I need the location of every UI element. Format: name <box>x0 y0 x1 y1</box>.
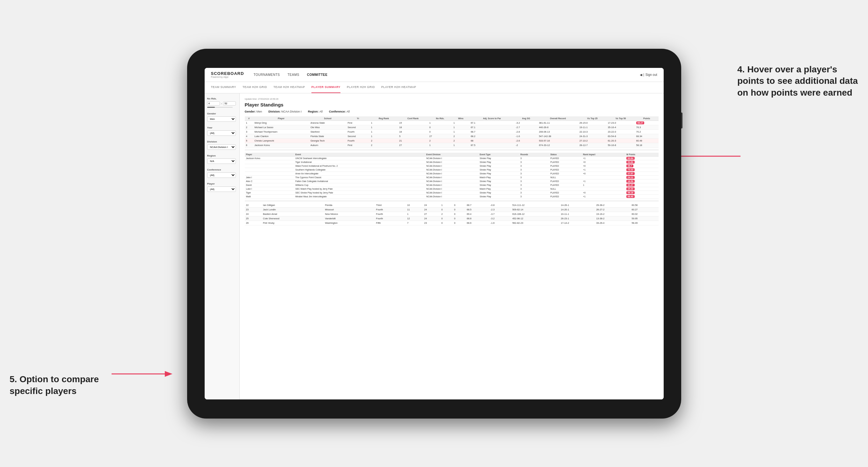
tt-player <box>245 168 294 172</box>
standings-table: # Player School Yr Reg Rank Conf Rank No… <box>245 116 658 148</box>
cell-conf-rank: 18 <box>398 129 428 134</box>
tt-player: Jake I <box>245 175 294 179</box>
cell-points[interactable]: 59.95 <box>630 216 658 221</box>
tooltip-row: David Williams Cup NCAA Division I Strok… <box>245 183 658 187</box>
filter-gender-value: Men <box>257 110 262 113</box>
cell-no-rds: 1 <box>428 121 452 125</box>
points-value: 60.27 <box>631 208 638 211</box>
cell-no-rds: 0 <box>428 125 452 129</box>
cell-player: Jackson Koivu <box>253 143 309 147</box>
tt-rank-impact: +1 <box>582 156 625 160</box>
col-avg-sg: Avg SG <box>515 116 538 121</box>
nav-tournaments[interactable]: TOURNAMENTS <box>253 72 280 78</box>
tt-rank-impact: +1 <box>582 168 625 172</box>
subnav-player-h2h-grid[interactable]: PLAYER H2H GRID <box>347 82 375 93</box>
w-points-badge: 24.11 <box>626 176 635 179</box>
cell-adj-score: 68.5 <box>465 207 489 212</box>
cell-points[interactable]: 60.49 <box>635 138 658 143</box>
cell-points[interactable]: 60.27 <box>630 207 658 212</box>
cell-school: Stanford <box>309 129 346 134</box>
cell-school: Missouri <box>324 207 375 212</box>
sidebar-year-select[interactable]: (All) <box>207 130 236 136</box>
cell-vs-top50: 29-38-2 <box>595 203 630 208</box>
cell-wins: 1 <box>452 121 469 125</box>
cell-school: Ole Miss <box>309 125 346 129</box>
sidebar-region-section: Region N/A <box>207 154 237 164</box>
sidebar-gender-select[interactable]: Men Women <box>207 116 236 122</box>
cell-points[interactable]: 76.3 <box>635 125 658 129</box>
tt-event: Tiger Invitational <box>294 160 425 164</box>
tt-rounds: 3 <box>519 175 549 179</box>
tt-rounds: 3 <box>519 164 549 168</box>
tt-col-rounds: Rounds <box>519 153 549 157</box>
subnav-team-summary[interactable]: TEAM SUMMARY <box>211 82 236 93</box>
points-value[interactable]: 58.18 <box>636 144 642 147</box>
tt-rank-impact: +0 <box>582 160 625 164</box>
points-value: 59.95 <box>631 217 638 220</box>
cell-vs-top50: 35-16-4 <box>607 125 635 129</box>
tt-w-points: 56.18 <box>625 191 658 194</box>
tt-player: Alex C <box>245 179 294 183</box>
tt-player: Tiger <box>245 191 294 194</box>
cell-overall: 381-61-11 <box>538 121 578 125</box>
cell-points[interactable]: 60.02 <box>630 212 658 216</box>
tt-division: NCAA Division I <box>425 168 478 172</box>
cell-reg-rank: 2 <box>370 138 398 143</box>
sidebar-division-select[interactable]: NCAA Division I <box>207 145 236 150</box>
tt-event: Wake Forest Invitational at Pinehurst No… <box>294 164 425 168</box>
cell-player: Petr Hruby <box>262 221 324 225</box>
cell-player: Bastien Amat <box>262 212 324 216</box>
subnav-player-summary[interactable]: PLAYER SUMMARY <box>311 82 340 93</box>
cell-no-rds: 0 <box>440 207 453 212</box>
sidebar-conference-select[interactable]: (All) <box>207 173 236 178</box>
cell-points[interactable]: 68.27 <box>635 121 658 125</box>
filter-conference-label: Conference: All <box>329 110 350 113</box>
sidebar-no-rds-from[interactable] <box>207 101 220 105</box>
points-value[interactable]: 76.3 <box>636 126 641 129</box>
sidebar-no-rds-slider[interactable] <box>207 107 233 108</box>
subnav-team-h2h-grid[interactable]: TEAM H2H GRID <box>243 82 267 93</box>
tt-type: Stroke Play <box>478 160 519 164</box>
nav-teams[interactable]: TEAMS <box>287 72 299 78</box>
sidebar-no-rds-to[interactable] <box>223 101 236 105</box>
tt-w-points: 30.47 <box>625 183 658 187</box>
tt-rank-impact: +0 <box>582 191 625 194</box>
tt-player <box>245 160 294 164</box>
cell-reg-rank: 1 <box>370 129 398 134</box>
table-divider <box>245 149 658 151</box>
cell-conf-rank: 27 <box>423 212 440 216</box>
tt-rank-impact: +1 <box>582 179 625 183</box>
cell-school: New Mexico <box>324 212 375 216</box>
col-vs-top25: Vs Top 25 <box>578 116 607 121</box>
cell-adj-score: 68.7 <box>469 129 515 134</box>
cell-points[interactable]: 68.34 <box>635 134 658 138</box>
cell-vs-top50: 50-16-8 <box>607 143 635 147</box>
points-value[interactable]: 60.49 <box>636 139 642 142</box>
cell-conf-rank: 21 <box>398 138 428 143</box>
sign-out-button[interactable]: ◀ | Sign out <box>640 73 657 76</box>
w-points-badge: 53.60 <box>626 161 635 163</box>
cell-points[interactable]: 60.58 <box>630 203 658 208</box>
cell-points[interactable]: 70.2 <box>635 129 658 134</box>
points-badge[interactable]: 68.27 <box>636 121 645 124</box>
cell-rank: 1 <box>245 121 253 125</box>
filter-division-label: Division: NCAA Division I <box>269 110 302 113</box>
points-value[interactable]: 68.34 <box>636 135 642 138</box>
sidebar-player-select[interactable]: (All) <box>207 186 236 192</box>
nav-committee[interactable]: COMMITTEE <box>307 72 328 78</box>
cell-school: Arizona State <box>309 121 346 125</box>
tt-division: NCAA Division I <box>425 172 478 175</box>
arrow-right-container <box>672 150 742 164</box>
sidebar-region-select[interactable]: N/A <box>207 158 236 164</box>
subnav-team-h2h-heatmap[interactable]: TEAM H2H HEATMAP <box>274 82 305 93</box>
tt-col-division: Event Division <box>425 153 478 157</box>
cell-points[interactable]: 58.18 <box>635 143 658 147</box>
subnav-player-h2h-heatmap[interactable]: PLAYER H2H HEATMAP <box>381 82 416 93</box>
points-value[interactable]: 70.2 <box>636 130 641 133</box>
cell-vs-top50: 17-23-0 <box>607 121 635 125</box>
cell-yr: Fourth <box>346 138 369 143</box>
sidebar-no-rds-label: No Rds. <box>207 97 237 100</box>
sub-nav: TEAM SUMMARY TEAM H2H GRID TEAM H2H HEAT… <box>205 82 664 93</box>
tooltip-row: Tiger SEC Stroke Play hosted by Jerry Pa… <box>245 191 658 194</box>
cell-points[interactable]: 58.49 <box>630 221 658 225</box>
